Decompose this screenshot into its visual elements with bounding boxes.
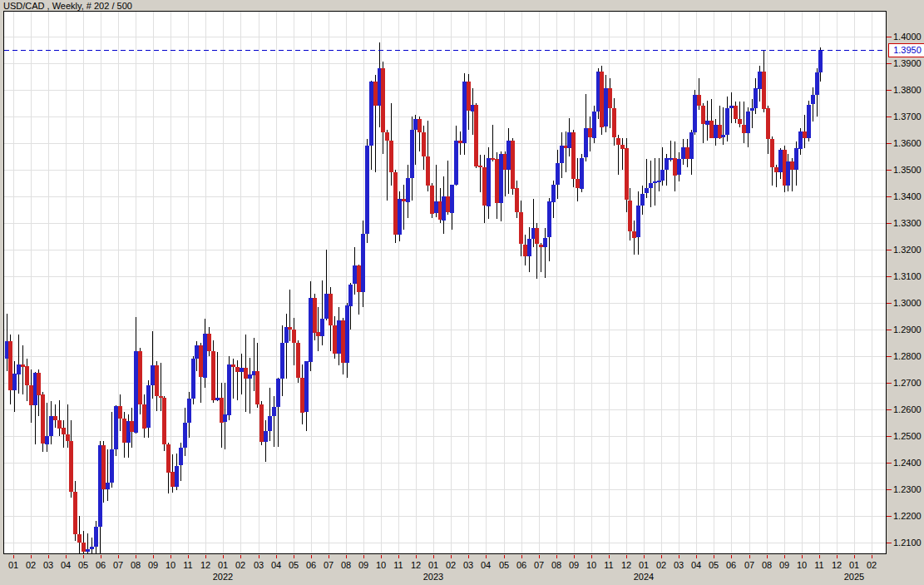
time-axis-tick	[574, 555, 575, 558]
up-candle	[304, 361, 309, 412]
time-axis-month-label: 11	[389, 560, 408, 570]
down-candle	[73, 492, 77, 534]
up-candle	[86, 549, 90, 552]
price-axis-label: 1.2400	[893, 457, 924, 468]
time-axis-month-label: 02	[22, 560, 40, 570]
up-candle	[175, 466, 179, 487]
up-candle	[725, 108, 729, 135]
price-axis-label: 1.3400	[893, 191, 924, 202]
time-axis-tick	[872, 555, 872, 558]
up-candle	[410, 130, 414, 178]
up-candle	[556, 163, 560, 185]
down-candle	[118, 406, 122, 419]
price-axis-tick	[887, 196, 892, 197]
down-candle	[8, 341, 12, 390]
chart-plot-area[interactable]	[3, 11, 887, 554]
price-axis-label: 1.3200	[893, 244, 924, 255]
time-axis[interactable]: 0102030405060708091011120102030405060708…	[0, 555, 924, 585]
time-axis-month-label: 09	[775, 560, 793, 570]
time-axis-tick	[398, 555, 399, 558]
down-candle	[57, 420, 62, 429]
price-axis-label: 1.3500	[893, 164, 924, 176]
time-axis-tick	[486, 555, 487, 558]
price-axis-label: 1.3900	[893, 57, 924, 69]
down-candle	[357, 265, 361, 292]
up-candle	[794, 148, 798, 170]
price-axis-label: 1.4000	[893, 31, 924, 42]
candlestick-chart	[4, 12, 886, 553]
down-candle	[170, 472, 175, 487]
up-candle	[669, 158, 673, 160]
time-axis-tick	[837, 555, 838, 558]
time-axis-month-label: 06	[91, 560, 110, 570]
down-candle	[155, 365, 159, 396]
time-axis-tick	[854, 555, 855, 558]
price-axis[interactable]: 1.40001.39001.38001.37001.36001.35001.34…	[887, 0, 924, 558]
time-axis-tick	[311, 555, 312, 558]
time-axis-month-label: 04	[477, 560, 495, 570]
time-axis-month-label: 02	[231, 560, 250, 570]
down-candle	[426, 156, 430, 186]
price-axis-tick	[887, 463, 892, 464]
up-candle	[462, 82, 467, 143]
down-candle	[588, 128, 592, 137]
up-candle	[807, 105, 811, 138]
down-candle	[701, 106, 705, 124]
down-candle	[482, 167, 487, 206]
price-axis-label: 1.2300	[893, 483, 924, 495]
down-candle	[231, 364, 235, 367]
up-candle	[677, 159, 681, 175]
up-candle	[592, 112, 596, 138]
up-candle	[353, 265, 357, 284]
up-candle	[705, 121, 709, 125]
up-candle	[309, 298, 313, 362]
up-candle	[487, 158, 491, 206]
price-axis-label: 1.3800	[893, 84, 924, 96]
up-candle	[348, 285, 353, 306]
time-axis-month-label: 06	[512, 560, 531, 570]
up-candle	[272, 407, 276, 416]
current-price-tag: 1.3950	[888, 43, 924, 57]
time-axis-tick	[609, 555, 610, 558]
time-axis-tick	[294, 555, 294, 558]
down-candle	[77, 534, 82, 543]
time-axis-month-label: 10	[582, 560, 600, 570]
price-axis-label: 1.3000	[893, 297, 924, 309]
down-candle	[300, 378, 304, 413]
up-candle	[361, 234, 365, 292]
up-candle	[276, 379, 280, 407]
time-axis-month-label: 04	[267, 560, 285, 570]
up-candle	[567, 132, 571, 148]
time-axis-tick	[504, 555, 505, 558]
time-axis-month-label: 10	[793, 560, 811, 570]
time-axis-month-label: 08	[337, 560, 355, 570]
time-axis-month-label: 12	[407, 560, 425, 570]
time-axis-month-label: 04	[57, 560, 75, 570]
down-candle	[329, 294, 333, 325]
down-candle	[616, 138, 620, 145]
up-candle	[798, 131, 803, 149]
up-candle	[90, 547, 94, 549]
price-axis-label: 1.3300	[893, 217, 924, 229]
down-candle	[803, 131, 807, 138]
down-candle	[244, 368, 248, 379]
price-axis-label: 1.2200	[893, 510, 924, 522]
time-axis-month-label: 05	[704, 560, 723, 570]
down-candle	[422, 132, 426, 156]
down-candle	[296, 343, 300, 378]
up-candle	[398, 199, 402, 235]
time-axis-tick	[416, 555, 417, 558]
down-candle	[393, 172, 398, 235]
time-axis-tick	[714, 555, 714, 558]
time-axis-year-label: 2022	[205, 572, 241, 582]
down-candle	[474, 105, 478, 166]
time-axis-tick	[363, 555, 364, 558]
time-axis-tick	[749, 555, 750, 558]
down-candle	[162, 398, 166, 444]
price-axis-tick	[887, 276, 892, 277]
up-candle	[721, 135, 725, 137]
chart-title: USD/CAD , Weekly, # 202 / 500	[3, 1, 132, 11]
price-axis-label: 1.2900	[893, 324, 924, 335]
time-axis-tick	[767, 555, 768, 558]
down-candle	[341, 320, 345, 363]
